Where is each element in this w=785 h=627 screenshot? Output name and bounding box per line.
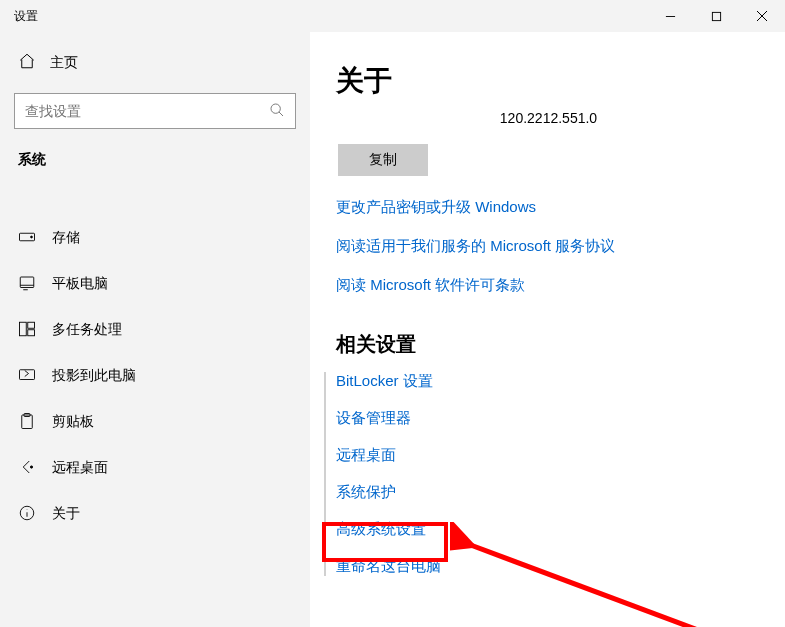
nav-item-label: 投影到此电脑	[52, 367, 136, 385]
window-body: 主页 系统 存储 平板电脑 多任务处理	[0, 32, 785, 627]
about-icon	[18, 504, 36, 525]
remote-icon	[18, 458, 36, 479]
window-controls	[647, 0, 785, 32]
link-device-manager[interactable]: 设备管理器	[336, 409, 761, 428]
nav-item-label: 多任务处理	[52, 321, 122, 339]
nav-item-label: 关于	[52, 505, 80, 523]
related-links: BitLocker 设置 设备管理器 远程桌面 系统保护 高级系统设置 重命名这…	[324, 372, 761, 576]
tablet-icon	[18, 274, 36, 295]
maximize-button[interactable]	[693, 0, 739, 32]
nav-item-clipboard[interactable]: 剪贴板	[0, 399, 310, 445]
svg-rect-12	[28, 322, 35, 328]
close-button[interactable]	[739, 0, 785, 32]
link-system-protect[interactable]: 系统保护	[336, 483, 761, 502]
storage-icon	[18, 228, 36, 249]
svg-point-7	[31, 236, 33, 238]
page-heading: 关于	[336, 62, 761, 100]
clipboard-icon	[18, 412, 36, 433]
svg-rect-13	[28, 329, 35, 335]
main-panel: 关于 120.2212.551.0 复制 更改产品密钥或升级 Windows 阅…	[310, 32, 785, 627]
svg-rect-8	[20, 277, 34, 288]
nav-item-label: 剪贴板	[52, 413, 94, 431]
nav-item-project[interactable]: 投影到此电脑	[0, 353, 310, 399]
search-box[interactable]	[14, 93, 296, 129]
related-heading: 相关设置	[336, 331, 761, 358]
nav-home-label: 主页	[50, 54, 78, 72]
home-icon	[18, 52, 36, 73]
svg-line-5	[279, 112, 283, 116]
svg-rect-11	[20, 322, 27, 336]
link-rename-pc[interactable]: 重命名这台电脑	[336, 557, 761, 576]
nav-item-about[interactable]: 关于	[0, 491, 310, 537]
link-license-terms[interactable]: 阅读 Microsoft 软件许可条款	[336, 276, 761, 295]
nav-category: 系统	[0, 145, 310, 175]
search-input[interactable]	[23, 102, 269, 120]
nav-item-tablet[interactable]: 平板电脑	[0, 261, 310, 307]
primary-links: 更改产品密钥或升级 Windows 阅读适用于我们服务的 Microsoft 服…	[336, 198, 761, 295]
link-service-agreement[interactable]: 阅读适用于我们服务的 Microsoft 服务协议	[336, 237, 761, 256]
svg-point-4	[271, 104, 280, 113]
link-bitlocker[interactable]: BitLocker 设置	[336, 372, 761, 391]
minimize-button[interactable]	[647, 0, 693, 32]
version-text: 120.2212.551.0	[336, 110, 761, 126]
titlebar: 设置	[0, 0, 785, 32]
nav-item-label: 存储	[52, 229, 80, 247]
nav-item-storage[interactable]: 存储	[0, 215, 310, 261]
nav-list: 存储 平板电脑 多任务处理 投影到此电脑 剪贴板	[0, 215, 310, 537]
link-advanced-system[interactable]: 高级系统设置	[336, 520, 761, 539]
svg-point-17	[30, 465, 32, 467]
multitask-icon	[18, 320, 36, 341]
svg-rect-1	[712, 12, 720, 20]
nav-item-label: 远程桌面	[52, 459, 108, 477]
sidebar: 主页 系统 存储 平板电脑 多任务处理	[0, 32, 310, 627]
link-remote-desktop[interactable]: 远程桌面	[336, 446, 761, 465]
link-product-key[interactable]: 更改产品密钥或升级 Windows	[336, 198, 761, 217]
nav-home[interactable]: 主页	[0, 44, 310, 81]
settings-window: 设置 主页 系统 存储	[0, 0, 785, 627]
window-title: 设置	[14, 8, 38, 25]
project-icon	[18, 366, 36, 387]
svg-rect-15	[22, 415, 33, 429]
search-icon	[269, 102, 285, 121]
copy-button[interactable]: 复制	[338, 144, 428, 176]
nav-item-remote[interactable]: 远程桌面	[0, 445, 310, 491]
nav-item-multitask[interactable]: 多任务处理	[0, 307, 310, 353]
nav-item-label: 平板电脑	[52, 275, 108, 293]
